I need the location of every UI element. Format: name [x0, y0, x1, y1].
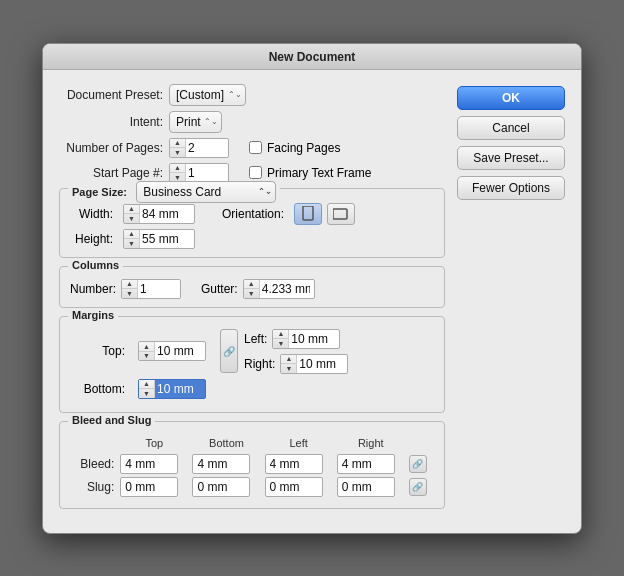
document-preset-select-wrapper: [Custom]	[169, 84, 246, 106]
margin-top-down[interactable]: ▼	[139, 352, 154, 361]
margin-left-up[interactable]: ▲	[273, 330, 288, 340]
bleed-row: Bleed: 🔗	[74, 454, 430, 474]
intent-select-wrapper: Print	[169, 111, 222, 133]
orientation-label: Orientation:	[222, 207, 289, 221]
facing-pages-label: Facing Pages	[267, 141, 340, 155]
margins-left-label: Left:	[244, 332, 267, 346]
intent-select[interactable]: Print	[169, 111, 222, 133]
right-panel: OK Cancel Save Preset... Fewer Options	[457, 84, 565, 517]
columns-number-row: Number: ▲ ▼	[70, 279, 181, 299]
ok-button[interactable]: OK	[457, 86, 565, 110]
columns-number-spinner: ▲ ▼	[121, 279, 181, 299]
svg-rect-0	[303, 206, 313, 220]
bleed-link-icon[interactable]: 🔗	[409, 455, 427, 473]
columns-gutter-spinner: ▲ ▼	[243, 279, 315, 299]
dialog-title: New Document	[43, 44, 581, 70]
columns-gutter-label: Gutter:	[201, 282, 238, 296]
col-left-header: Left	[265, 437, 333, 451]
margins-bottom-spinner: ▲ ▼	[138, 379, 206, 399]
bleed-row-label: Bleed:	[74, 454, 116, 474]
bleed-slug-group: Bleed and Slug Top Bottom Left Right	[59, 421, 445, 509]
margin-left-down[interactable]: ▼	[273, 339, 288, 348]
col-num-up[interactable]: ▲	[122, 280, 137, 290]
gutter-up[interactable]: ▲	[244, 280, 259, 290]
page-size-select[interactable]: Business Card	[136, 181, 276, 203]
dialog-window: New Document Document Preset: [Custom] I…	[42, 43, 582, 534]
margin-bottom-up[interactable]: ▲	[139, 380, 154, 390]
start-page-row: Start Page #: ▲ ▼ Primary Text Frame	[59, 163, 445, 183]
height-spinner: ▲ ▼	[123, 229, 195, 249]
svg-rect-1	[333, 209, 347, 219]
bleed-top-input[interactable]	[120, 454, 178, 474]
margins-top-label: Top:	[70, 344, 130, 358]
columns-group-label: Columns	[68, 259, 123, 271]
num-pages-down[interactable]: ▼	[170, 148, 185, 157]
bleed-bottom-input[interactable]	[192, 454, 250, 474]
document-preset-select[interactable]: [Custom]	[169, 84, 246, 106]
width-spinner: ▲ ▼	[123, 204, 195, 224]
num-pages-row: Number of Pages: ▲ ▼ Facing Pages	[59, 138, 445, 158]
landscape-button[interactable]	[327, 203, 355, 225]
margins-top-spinner: ▲ ▼	[138, 341, 206, 361]
margins-right-label: Right:	[244, 357, 275, 371]
columns-group: Columns Number: ▲ ▼ Gutter:	[59, 266, 445, 308]
height-up[interactable]: ▲	[124, 230, 139, 240]
facing-pages-checkbox[interactable]	[249, 141, 262, 154]
width-down[interactable]: ▼	[124, 214, 139, 223]
width-row: Width: ▲ ▼ Orientation:	[70, 203, 434, 225]
num-pages-label: Number of Pages:	[59, 141, 169, 155]
primary-text-frame-checkbox[interactable]	[249, 166, 262, 179]
margins-bottom-label: Bottom:	[70, 382, 130, 396]
height-down[interactable]: ▼	[124, 239, 139, 248]
margins-right-spinner: ▲ ▼	[280, 354, 348, 374]
col-top-header: Top	[120, 437, 188, 451]
save-preset-button[interactable]: Save Preset...	[457, 146, 565, 170]
margins-group: Margins Top: ▲ ▼ 🔗	[59, 316, 445, 413]
slug-top-input[interactable]	[120, 477, 178, 497]
slug-link-icon[interactable]: 🔗	[409, 478, 427, 496]
margins-group-label: Margins	[68, 309, 118, 321]
col-right-header: Right	[337, 437, 405, 451]
page-size-group: Page Size: Business Card Width:	[59, 188, 445, 258]
num-pages-up[interactable]: ▲	[170, 139, 185, 149]
margin-bottom-down[interactable]: ▼	[139, 389, 154, 398]
bleed-right-input[interactable]	[337, 454, 395, 474]
primary-text-frame-label: Primary Text Frame	[267, 166, 371, 180]
slug-row: Slug: 🔗	[74, 477, 430, 497]
margins-left-spinner: ▲ ▼	[272, 329, 340, 349]
cancel-button[interactable]: Cancel	[457, 116, 565, 140]
gutter-down[interactable]: ▼	[244, 289, 259, 298]
num-pages-spinner: ▲ ▼	[169, 138, 229, 158]
height-label: Height:	[70, 232, 118, 246]
start-page-spinner: ▲ ▼	[169, 163, 229, 183]
col-bottom-header: Bottom	[192, 437, 260, 451]
page-size-group-label: Page Size:	[72, 186, 127, 198]
margin-right-down[interactable]: ▼	[281, 364, 296, 373]
slug-row-label: Slug:	[74, 477, 116, 497]
start-page-label: Start Page #:	[59, 166, 169, 180]
slug-bottom-input[interactable]	[192, 477, 250, 497]
columns-gutter-row: Gutter: ▲ ▼	[201, 279, 315, 299]
fewer-options-button[interactable]: Fewer Options	[457, 176, 565, 200]
intent-label: Intent:	[59, 115, 169, 129]
document-preset-label: Document Preset:	[59, 88, 169, 102]
margins-chain-icon[interactable]: 🔗	[220, 329, 238, 373]
width-label: Width:	[70, 207, 118, 221]
bleed-left-input[interactable]	[265, 454, 323, 474]
margin-top-up[interactable]: ▲	[139, 342, 154, 352]
bleed-slug-label: Bleed and Slug	[68, 414, 155, 426]
left-panel: Document Preset: [Custom] Intent: Print	[59, 84, 445, 517]
columns-number-label: Number:	[70, 282, 116, 296]
document-preset-row: Document Preset: [Custom]	[59, 84, 445, 106]
margin-right-up[interactable]: ▲	[281, 355, 296, 365]
slug-right-input[interactable]	[337, 477, 395, 497]
col-num-down[interactable]: ▼	[122, 289, 137, 298]
width-up[interactable]: ▲	[124, 205, 139, 215]
slug-left-input[interactable]	[265, 477, 323, 497]
intent-row: Intent: Print	[59, 111, 445, 133]
start-page-up[interactable]: ▲	[170, 164, 185, 174]
portrait-button[interactable]	[294, 203, 322, 225]
height-row: Height: ▲ ▼	[70, 229, 434, 249]
